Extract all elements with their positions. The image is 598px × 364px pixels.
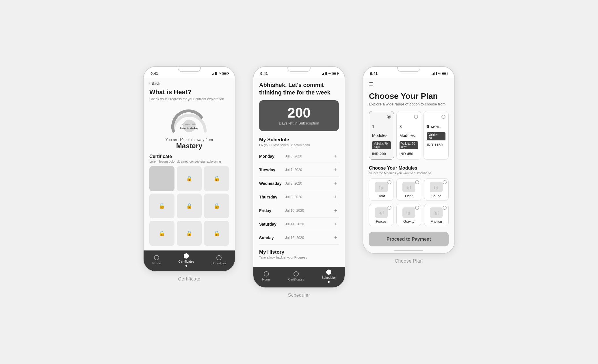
add-monday-button[interactable]: + (333, 153, 339, 159)
plan-radio-1 (387, 115, 391, 119)
date-saturday: Jul 11, 2020 (285, 222, 333, 226)
day-sunday: Sunday (259, 235, 285, 240)
sched-icon-sched (326, 270, 331, 275)
module-check-sound (443, 180, 447, 184)
status-bar-plan: 9:41 ∿ (363, 67, 454, 78)
module-heat[interactable]: Heat (369, 178, 393, 201)
signal-bars-scheduler (322, 72, 327, 75)
days-label: Days left in Subscription (265, 121, 333, 125)
plan-radio-6 (441, 115, 445, 119)
plan-card-1[interactable]: 1 Modules Validity: 70 days INR 200 (369, 111, 394, 160)
cert-item-3[interactable]: 🔒 (149, 194, 174, 219)
day-friday: Friday (259, 208, 285, 213)
hamburger-menu-button[interactable]: ☰ (369, 81, 449, 88)
module-friction[interactable]: Friction (424, 204, 449, 226)
wifi-icon: ∿ (218, 72, 221, 75)
status-time-scheduler: 9:41 (260, 71, 268, 76)
plan-card-6[interactable]: 6 Modu... Validity: 70... INR 1150 (424, 111, 449, 160)
schedule-row-saturday: Saturday Jul 11, 2020 + (259, 218, 339, 231)
module-name-friction: Friction (431, 220, 442, 224)
plan-subtitle: Explore a wide range of option to choose… (369, 102, 449, 106)
lock-icon-6: 🔒 (159, 230, 165, 237)
module-name-gravity: Gravity (403, 220, 414, 224)
nav-certificates-scheduler[interactable]: Certificates (288, 271, 304, 281)
notch-scheduler (287, 67, 311, 72)
add-thursday-button[interactable]: + (333, 194, 339, 200)
add-saturday-button[interactable]: + (333, 221, 339, 227)
cert-item-5[interactable]: 🔒 (204, 194, 229, 219)
add-friday-button[interactable]: + (333, 207, 339, 214)
home-icon-sched (264, 271, 269, 276)
cert-item-6[interactable]: 🔒 (149, 221, 174, 246)
signal-bar-3 (215, 72, 216, 75)
add-wednesday-button[interactable]: + (333, 180, 339, 187)
nav-certificates-certificate[interactable]: Certificates (178, 253, 194, 267)
bottom-nav-scheduler: Home Certificates Scheduler (253, 267, 345, 287)
scheduler-content: Abhishek, Let's commit thinking time for… (253, 78, 345, 267)
nav-home-certificate[interactable]: Home (152, 255, 161, 265)
day-thursday: Thursday (259, 195, 285, 199)
notch-plan (397, 67, 420, 72)
lock-icon-2: 🔒 (213, 175, 220, 182)
module-thumb-light (402, 182, 415, 192)
module-sound[interactable]: Sound (424, 178, 449, 201)
signal-bar-4 (216, 72, 217, 75)
mastery-text: You are 10 points away from Mastery (149, 138, 229, 150)
schedule-rows: Monday Jul 6, 2020 + Tuesday Jul 7, 2020… (259, 150, 339, 245)
home-icon-cert (154, 255, 159, 260)
signal-bars (212, 72, 217, 75)
back-button[interactable]: ‹ Back (149, 81, 229, 86)
module-light[interactable]: Light (396, 178, 421, 201)
nav-scheduler-scheduler[interactable]: Scheduler (322, 270, 336, 283)
add-tuesday-button[interactable]: + (333, 167, 339, 173)
sig-4 (326, 72, 327, 75)
signal-bar-2 (213, 73, 214, 75)
schedule-row-wednesday: Wednesday Jul 8, 2020 + (259, 177, 339, 190)
nav-certificates-label-cert: Certificates (178, 260, 194, 263)
sig-2 (323, 73, 324, 75)
wifi-icon-scheduler: ∿ (328, 72, 331, 75)
nav-scheduler-certificate[interactable]: Scheduler (212, 255, 226, 265)
lock-icon-3: 🔒 (159, 203, 165, 209)
cert-item-2[interactable]: 🔒 (204, 166, 229, 191)
proceed-to-payment-button[interactable]: Proceed to Payment (369, 232, 449, 246)
cert-item-4[interactable]: 🔒 (177, 194, 202, 219)
battery-fill-scheduler (333, 73, 336, 75)
nav-home-scheduler[interactable]: Home (262, 271, 270, 281)
plan-number-3: 3 Modules (400, 121, 418, 139)
svg-text:Current Level: Current Level (182, 123, 196, 126)
date-tuesday: Jul 7, 2020 (285, 168, 333, 172)
label-choose-plan: Choose Plan (395, 259, 423, 264)
add-sunday-button[interactable]: + (333, 235, 339, 241)
lock-icon-1: 🔒 (186, 175, 192, 182)
sig-1 (322, 74, 323, 75)
cert-item-0[interactable] (149, 166, 174, 191)
schedule-section-sub: Fix your Class schedule beforehand (259, 143, 339, 147)
nav-home-label-sched: Home (262, 278, 270, 281)
plan-number-1: 1 Modules (372, 121, 391, 139)
sig-3 (325, 72, 326, 75)
nav-active-dot-sched (328, 281, 330, 283)
cert-item-1[interactable]: 🔒 (177, 166, 202, 191)
module-forces[interactable]: Forces (369, 204, 393, 226)
cert-item-7[interactable]: 🔒 (177, 221, 202, 246)
battery-icon (222, 72, 228, 75)
gauge-center-circle (183, 120, 196, 132)
nav-sched-label-sched: Scheduler (322, 276, 336, 279)
plan-validity-3: Validity: 70 days (400, 141, 418, 149)
plan-number-6: 6 Modu... (427, 121, 445, 130)
module-gravity[interactable]: Gravity (396, 204, 421, 226)
date-wednesday: Jul 8, 2020 (285, 181, 333, 185)
history-section: My History Take a look back at your Prog… (259, 249, 339, 259)
scheduler-phone: 9:41 ∿ Abhishek, L (253, 66, 345, 288)
scheduler-screen: Abhishek, Let's commit thinking time for… (253, 78, 345, 287)
status-icons-certificate: ∿ (212, 72, 228, 75)
plan-card-3[interactable]: 3 Modules Validity: 70 days INR 450 (396, 111, 421, 160)
certificate-content: ‹ Back What is Heat? Check your Progress… (144, 78, 235, 250)
cert-item-8[interactable]: 🔒 (204, 221, 229, 246)
schedule-row-tuesday: Tuesday Jul 7, 2020 + (259, 163, 339, 177)
choose-plan-phone-wrapper: 9:41 ∿ ☰ (363, 66, 455, 264)
battery-icon-scheduler (332, 72, 338, 75)
plan-price-6: INR 1150 (427, 143, 445, 147)
sp2 (433, 73, 434, 75)
